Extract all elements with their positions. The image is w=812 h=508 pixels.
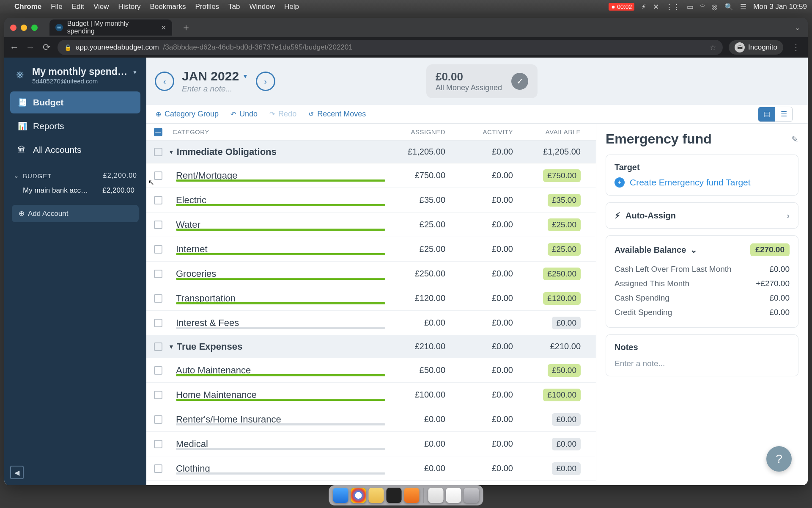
category-row[interactable]: Rent/Mortgage £750.00 £0.00 £750.00 <box>146 163 596 188</box>
sidebar-item-accounts[interactable]: 🏛 All Accounts <box>10 139 140 161</box>
available-cell[interactable]: £120.00 <box>521 292 588 305</box>
category-row[interactable]: Home Maintenance £100.00 £0.00 £100.00 <box>146 383 596 407</box>
add-account-button[interactable]: ⊕ Add Account <box>12 205 139 222</box>
col-category[interactable]: CATEGORY <box>170 128 385 135</box>
assigned-cell[interactable]: £50.00 <box>385 365 453 375</box>
view-list-button[interactable]: ☰ <box>775 107 792 121</box>
to-be-budgeted[interactable]: £0.00 All Money Assigned ✓ <box>426 64 538 98</box>
maximize-window-icon[interactable] <box>31 25 38 31</box>
menu-view[interactable]: View <box>93 3 109 11</box>
wifi-icon[interactable]: ⌔ <box>700 3 705 11</box>
category-row[interactable]: Clothing £0.00 £0.00 £0.00 <box>146 456 596 481</box>
back-button[interactable]: ← <box>9 42 19 53</box>
reload-button[interactable]: ⟳ <box>41 42 52 53</box>
create-target-button[interactable]: + Create Emergency fund Target <box>614 177 790 188</box>
screen-record-icon[interactable]: 00:02 <box>609 3 634 11</box>
menu-window[interactable]: Window <box>250 3 275 11</box>
dock-finder[interactable] <box>333 488 348 503</box>
month-note-input[interactable]: Enter a note... <box>182 84 248 94</box>
menu-app[interactable]: Chrome <box>14 3 41 11</box>
forward-button[interactable]: → <box>25 42 36 53</box>
spotlight-icon[interactable]: 🔍 <box>724 3 733 11</box>
category-row[interactable]: Interest & Fees £0.00 £0.00 £0.00 <box>146 311 596 335</box>
row-checkbox[interactable] <box>154 464 162 473</box>
available-cell[interactable]: £0.00 <box>521 462 588 475</box>
category-row[interactable]: Transportation £120.00 £0.00 £120.00 <box>146 286 596 311</box>
prev-month-button[interactable]: ‹ <box>155 72 174 91</box>
category-group-row[interactable]: ▼ Immediate Obligations £1,205.00 £0.00 … <box>146 141 596 163</box>
view-card-button[interactable]: ▤ <box>758 107 775 121</box>
sidebar-account[interactable]: My main bank acc… £2,200.00 <box>12 182 139 199</box>
budget-switcher[interactable]: ❋ My monthly spend… 5d485270@uifeed.com … <box>8 64 142 91</box>
tabs-dropdown-icon[interactable]: ⌄ <box>795 24 800 32</box>
incognito-badge[interactable]: 🕶 Incognito <box>729 40 783 55</box>
available-cell[interactable]: £100.00 <box>521 389 588 401</box>
assigned-cell[interactable]: £0.00 <box>385 439 453 449</box>
row-checkbox[interactable] <box>154 196 162 204</box>
group-checkbox[interactable] <box>154 148 162 156</box>
row-checkbox[interactable] <box>154 294 162 303</box>
menu-file[interactable]: File <box>51 3 62 11</box>
budget-section-header[interactable]: ⌄ BUDGET £2,200.00 <box>12 169 139 182</box>
col-available[interactable]: AVAILABLE <box>521 128 588 135</box>
address-input[interactable]: 🔒 app.youneedabudget.com/3a8bbdae-d62a-4… <box>58 40 723 55</box>
group-checkbox[interactable] <box>154 342 162 351</box>
assigned-cell[interactable]: £0.00 <box>385 464 453 473</box>
tool-icon[interactable]: ✕ <box>653 3 659 11</box>
category-row[interactable]: Electric £35.00 £0.00 £35.00 <box>146 188 596 213</box>
collapse-sidebar-button[interactable]: ◀ <box>10 466 24 479</box>
browser-menu-icon[interactable]: ⋮ <box>789 42 803 52</box>
menu-help[interactable]: Help <box>284 3 299 11</box>
redo-button[interactable]: ↷ Redo <box>269 110 296 119</box>
new-tab-button[interactable]: ＋ <box>177 21 195 34</box>
row-checkbox[interactable] <box>154 391 162 399</box>
dock-terminal[interactable] <box>387 488 402 503</box>
menu-tab[interactable]: Tab <box>228 3 240 11</box>
available-cell[interactable]: £0.00 <box>521 317 588 329</box>
auto-assign-card[interactable]: ⚡︎ Auto-Assign › <box>606 202 798 229</box>
dock-app[interactable] <box>404 488 420 503</box>
category-row[interactable]: Water £25.00 £0.00 £25.00 <box>146 213 596 237</box>
assigned-cell[interactable]: £250.00 <box>385 269 453 279</box>
available-cell[interactable]: £25.00 <box>521 218 588 231</box>
menu-clock[interactable]: Mon 3 Jan 10:59 <box>753 3 807 11</box>
available-balance-toggle[interactable]: Available Balance ⌄ <box>614 245 697 255</box>
category-row[interactable]: Auto Maintenance £50.00 £0.00 £50.00 <box>146 358 596 383</box>
menu-history[interactable]: History <box>118 3 140 11</box>
available-cell[interactable]: £250.00 <box>521 268 588 280</box>
master-checkbox[interactable]: — <box>154 128 162 136</box>
undo-button[interactable]: ↶ Undo <box>230 110 258 119</box>
assigned-cell[interactable]: £25.00 <box>385 244 453 254</box>
control-center-icon[interactable]: ◎ <box>711 3 718 11</box>
assigned-cell[interactable]: £35.00 <box>385 195 453 205</box>
dock-notes[interactable] <box>369 488 384 503</box>
dock-textedit[interactable] <box>428 488 444 503</box>
dock-trash[interactable] <box>464 488 479 503</box>
browser-tab[interactable]: ❋ Budget | My monthly spending ✕ <box>49 19 172 36</box>
category-row[interactable]: Groceries £250.00 £0.00 £250.00 <box>146 262 596 286</box>
available-cell[interactable]: £0.00 <box>521 438 588 450</box>
col-assigned[interactable]: ASSIGNED <box>385 128 453 135</box>
add-category-group-button[interactable]: ⊕ Category Group <box>156 110 219 119</box>
siri-icon[interactable]: ☰ <box>740 3 746 11</box>
assigned-cell[interactable]: £0.00 <box>385 318 453 328</box>
window-controls[interactable] <box>10 25 38 31</box>
category-group-row[interactable]: ▼ True Expenses £210.00 £0.00 £210.00 <box>146 335 596 358</box>
close-window-icon[interactable] <box>10 25 16 31</box>
assigned-cell[interactable]: £100.00 <box>385 390 453 400</box>
category-row[interactable]: Internet £25.00 £0.00 £25.00 <box>146 237 596 262</box>
assigned-cell[interactable]: £120.00 <box>385 293 453 303</box>
dock-pages[interactable] <box>446 488 461 503</box>
category-row[interactable]: Medical £0.00 £0.00 £0.00 <box>146 432 596 456</box>
menu-edit[interactable]: Edit <box>72 3 84 11</box>
sidebar-item-budget[interactable]: 🧾 Budget <box>10 91 140 113</box>
row-checkbox[interactable] <box>154 440 162 448</box>
assigned-cell[interactable]: £0.00 <box>385 414 453 424</box>
assigned-cell[interactable]: £750.00 <box>385 171 453 180</box>
row-checkbox[interactable] <box>154 270 162 278</box>
row-checkbox[interactable] <box>154 245 162 254</box>
row-checkbox[interactable] <box>154 221 162 229</box>
menu-bookmarks[interactable]: Bookmarks <box>150 3 186 11</box>
available-cell[interactable]: £50.00 <box>521 364 588 377</box>
col-activity[interactable]: ACTIVITY <box>453 128 521 135</box>
